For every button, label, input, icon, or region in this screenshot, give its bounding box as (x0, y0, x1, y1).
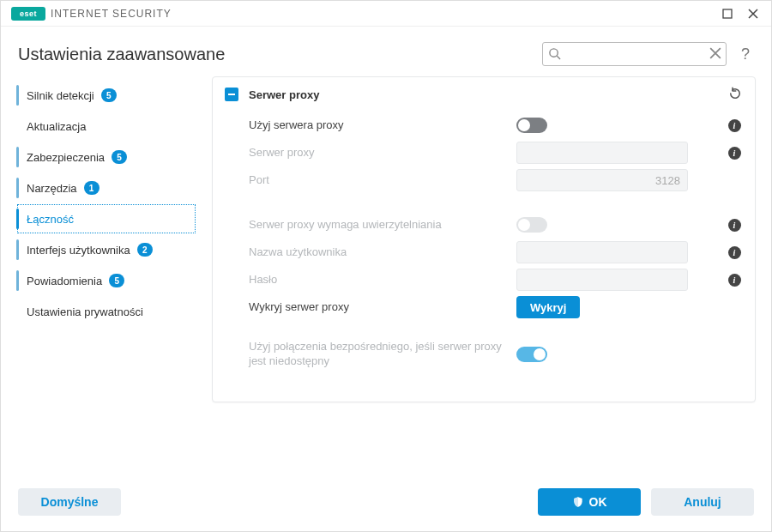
sidebar-item-user-interface[interactable]: Interfejs użytkownika 2 (16, 234, 196, 265)
label-port: Port (249, 173, 506, 188)
window-maximize-button[interactable] (715, 1, 740, 27)
sidebar-item-badge: 5 (112, 150, 127, 164)
section-header-proxy: Serwer proxy (213, 77, 755, 112)
input-proxy-server[interactable] (516, 142, 688, 164)
help-button[interactable]: ? (737, 45, 754, 63)
detect-button[interactable]: Wykryj (516, 296, 580, 318)
row-auth-required: Serwer proxy wymaga uwierzytelniania i (213, 211, 755, 239)
search-icon (548, 47, 561, 63)
sidebar-item-label: Interfejs użytkownika (27, 244, 130, 257)
sidebar-item-label: Aktualizacja (27, 120, 86, 133)
label-use-proxy: Użyj serwera proxy (249, 118, 506, 133)
sidebar-item-label: Zabezpieczenia (27, 151, 105, 164)
sidebar-item-label: Narzędzia (27, 182, 77, 195)
info-use-proxy[interactable]: i (726, 119, 743, 132)
info-icon: i (728, 119, 741, 132)
row-password: Hasło i (213, 266, 755, 293)
svg-point-1 (550, 49, 558, 57)
sidebar-item-badge: 5 (101, 88, 117, 102)
sidebar-item-badge: 5 (109, 274, 124, 287)
search-clear-button[interactable] (709, 47, 721, 62)
close-icon (748, 9, 758, 19)
maximize-icon (722, 9, 733, 19)
label-auth-required: Serwer proxy wymaga uwierzytelniania (249, 218, 506, 233)
sidebar-item-privacy-settings[interactable]: Ustawienia prywatności (16, 296, 196, 327)
svg-rect-0 (723, 9, 732, 18)
toggle-auth-required (516, 217, 547, 233)
search-input[interactable] (542, 42, 727, 66)
search-box (542, 42, 727, 66)
clear-icon (709, 47, 721, 59)
info-icon: i (728, 219, 741, 232)
row-proxy-server: Serwer proxy i (213, 139, 755, 166)
sidebar: Silnik detekcji 5 Aktualizacja Zabezpiec… (16, 76, 196, 476)
info-icon: i (728, 147, 741, 160)
sidebar-item-detection-engine[interactable]: Silnik detekcji 5 (16, 80, 196, 111)
shield-icon (572, 496, 584, 508)
sidebar-item-label: Silnik detekcji (27, 89, 94, 102)
label-direct-fallback: Użyj połączenia bezpośredniego, jeśli se… (249, 340, 506, 369)
label-proxy-server: Serwer proxy (249, 146, 506, 160)
toggle-use-proxy[interactable] (516, 118, 547, 133)
sidebar-item-tools[interactable]: Narzędzia 1 (16, 172, 196, 203)
settings-panel: Serwer proxy Użyj serwera proxy i Serwer… (212, 76, 756, 402)
defaults-button[interactable]: Domyślne (18, 488, 121, 516)
row-direct-fallback: Użyj połączenia bezpośredniego, jeśli se… (213, 338, 755, 371)
label-detect-proxy: Wykryj serwer proxy (249, 300, 506, 315)
sidebar-item-update[interactable]: Aktualizacja (16, 111, 196, 142)
sidebar-item-badge: 1 (84, 181, 100, 195)
row-username: Nazwa użytkownika i (213, 239, 755, 266)
window: eset INTERNET SECURITY Ustawienia zaawan… (0, 0, 772, 532)
input-password[interactable] (516, 269, 688, 291)
info-password[interactable]: i (726, 274, 743, 287)
brand-logo: eset (11, 7, 45, 21)
ok-button[interactable]: OK (538, 488, 641, 516)
sidebar-item-badge: 2 (137, 243, 153, 257)
header: Ustawienia zaawansowane ? (1, 27, 771, 76)
sidebar-item-label: Łączność (27, 213, 74, 226)
body: Silnik detekcji 5 Aktualizacja Zabezpiec… (1, 76, 771, 476)
sidebar-item-protections[interactable]: Zabezpieczenia 5 (16, 142, 196, 172)
sidebar-item-label: Ustawienia prywatności (27, 305, 143, 318)
row-detect-proxy: Wykryj serwer proxy Wykryj (213, 293, 755, 321)
info-proxy-server[interactable]: i (726, 147, 743, 160)
input-username[interactable] (516, 241, 688, 263)
sidebar-item-notifications[interactable]: Powiadomienia 5 (16, 265, 196, 296)
window-close-button[interactable] (740, 1, 766, 27)
titlebar: eset INTERNET SECURITY (1, 1, 771, 27)
ok-button-label: OK (589, 495, 607, 509)
info-icon: i (728, 246, 741, 259)
undo-icon (727, 86, 743, 101)
label-username: Nazwa użytkownika (249, 245, 506, 260)
cancel-button[interactable]: Anuluj (651, 488, 754, 516)
info-icon: i (728, 274, 741, 287)
sidebar-item-label: Powiadomienia (27, 275, 102, 287)
sidebar-item-connectivity[interactable]: Łączność (16, 203, 196, 234)
brand: eset INTERNET SECURITY (11, 7, 172, 21)
collapse-icon[interactable] (225, 88, 238, 101)
app-product-name: INTERNET SECURITY (51, 8, 172, 20)
row-port: Port (213, 166, 755, 194)
info-username[interactable]: i (726, 246, 743, 259)
toggle-direct-fallback[interactable] (516, 347, 547, 362)
input-port[interactable] (516, 169, 688, 191)
footer: Domyślne OK Anuluj (1, 476, 771, 531)
section-title: Serwer proxy (249, 88, 319, 101)
label-password: Hasło (249, 273, 506, 287)
page-title: Ustawienia zaawansowane (18, 45, 532, 64)
row-use-proxy: Użyj serwera proxy i (213, 112, 755, 139)
info-auth[interactable]: i (726, 219, 743, 232)
revert-button[interactable] (727, 86, 743, 104)
